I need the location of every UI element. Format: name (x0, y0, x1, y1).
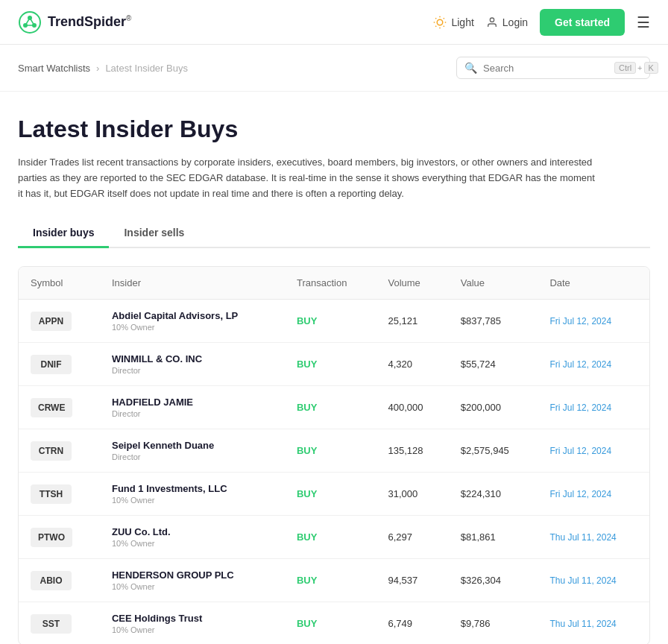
cell-volume-6: 94,537 (376, 559, 448, 602)
cell-insider-7: CEE Holdings Trust 10% Owner (100, 602, 285, 644)
table-row[interactable]: CTRN Seipel Kenneth Duane Director BUY 1… (19, 429, 649, 473)
cell-date-3: Fri Jul 12, 2024 (538, 429, 649, 473)
breadcrumb-parent-link[interactable]: Smart Watchlists (18, 63, 90, 74)
cell-date-1: Fri Jul 12, 2024 (538, 343, 649, 386)
cell-transaction-2: BUY (285, 386, 376, 429)
hamburger-icon[interactable]: ☰ (637, 13, 650, 31)
cell-volume-1: 4,320 (376, 343, 448, 386)
insider-name-2: HADFIELD JAMIE (112, 397, 273, 408)
cell-volume-4: 31,000 (376, 473, 448, 516)
page-description: Insider Trades list recent transactions … (18, 155, 599, 201)
insider-role-4: 10% Owner (112, 496, 273, 505)
cell-insider-6: HENDERSON GROUP PLC 10% Owner (100, 559, 285, 602)
table-row[interactable]: TTSH Fund 1 Investments, LLC 10% Owner B… (19, 473, 649, 516)
svg-line-11 (444, 25, 444, 26)
cell-symbol-0: APPN (19, 300, 100, 343)
table-row[interactable]: SST CEE Holdings Trust 10% Owner BUY 6,7… (19, 602, 649, 644)
svg-line-4 (25, 18, 30, 25)
transaction-buy-7: BUY (297, 618, 317, 629)
logo-brand: TrendSpider® (48, 14, 131, 30)
cell-date-6: Thu Jul 11, 2024 (538, 559, 649, 602)
tab-insider-buys[interactable]: Insider buys (18, 219, 109, 248)
breadcrumb-current: Latest Insider Buys (105, 63, 188, 74)
table-row[interactable]: ABIO HENDERSON GROUP PLC 10% Owner BUY 9… (19, 559, 649, 602)
cell-volume-5: 6,297 (376, 516, 448, 559)
cell-value-6: $326,304 (449, 559, 538, 602)
col-symbol: Symbol (19, 267, 100, 300)
cell-insider-3: Seipel Kenneth Duane Director (100, 429, 285, 473)
symbol-badge-0[interactable]: APPN (31, 312, 72, 331)
cell-symbol-5: PTWO (19, 516, 100, 559)
cell-value-3: $2,575,945 (449, 429, 538, 473)
login-button[interactable]: Login (486, 16, 528, 28)
symbol-badge-6[interactable]: ABIO (31, 571, 72, 590)
table-row[interactable]: DNIF WINMILL & CO. INC Director BUY 4,32… (19, 343, 649, 386)
cell-insider-4: Fund 1 Investments, LLC 10% Owner (100, 473, 285, 516)
svg-point-0 (19, 12, 40, 33)
table-row[interactable]: CRWE HADFIELD JAMIE Director BUY 400,000… (19, 386, 649, 429)
insider-role-1: Director (112, 366, 273, 375)
theme-toggle[interactable]: Light (433, 16, 473, 29)
transaction-buy-4: BUY (297, 488, 317, 499)
cell-transaction-1: BUY (285, 343, 376, 386)
insider-name-0: Abdiel Capital Advisors, LP (112, 310, 273, 321)
cell-volume-7: 6,749 (376, 602, 448, 644)
symbol-badge-5[interactable]: PTWO (31, 528, 72, 547)
page-title: Latest Insider Buys (18, 116, 650, 143)
cell-insider-2: HADFIELD JAMIE Director (100, 386, 285, 429)
top-bar: Smart Watchlists › Latest Insider Buys 🔍… (0, 45, 668, 92)
col-transaction: Transaction (285, 267, 376, 300)
transaction-buy-1: BUY (297, 359, 317, 370)
k-key: K (644, 62, 658, 74)
insider-buys-table: Symbol Insider Transaction Volume Value … (19, 267, 649, 644)
cell-volume-2: 400,000 (376, 386, 448, 429)
cell-transaction-4: BUY (285, 473, 376, 516)
logo-icon (18, 10, 42, 34)
cell-date-2: Fri Jul 12, 2024 (538, 386, 649, 429)
header-right: Light Login Get started ☰ (433, 9, 650, 36)
insider-name-6: HENDERSON GROUP PLC (112, 569, 273, 581)
transaction-buy-0: BUY (297, 315, 317, 326)
insider-name-4: Fund 1 Investments, LLC (112, 483, 273, 494)
search-bar: 🔍 Ctrl + K (456, 57, 650, 79)
search-input[interactable] (483, 63, 608, 74)
get-started-button[interactable]: Get started (540, 9, 625, 36)
search-shortcut: Ctrl + K (614, 62, 658, 74)
transaction-buy-5: BUY (297, 531, 317, 543)
header: TrendSpider® Light Login G (0, 0, 668, 45)
cell-symbol-7: SST (19, 602, 100, 644)
logo[interactable]: TrendSpider® (18, 10, 131, 34)
cell-date-5: Thu Jul 11, 2024 (538, 516, 649, 559)
cell-insider-5: ZUU Co. Ltd. 10% Owner (100, 516, 285, 559)
cell-transaction-0: BUY (285, 300, 376, 343)
symbol-badge-4[interactable]: TTSH (31, 484, 72, 504)
insider-role-3: Director (112, 452, 273, 461)
table-row[interactable]: PTWO ZUU Co. Ltd. 10% Owner BUY 6,297 $8… (19, 516, 649, 559)
cell-value-7: $9,786 (449, 602, 538, 644)
insider-name-7: CEE Holdings Trust (112, 613, 273, 624)
insider-name-5: ZUU Co. Ltd. (112, 526, 273, 537)
cell-date-7: Thu Jul 11, 2024 (538, 602, 649, 644)
insider-role-0: 10% Owner (112, 323, 273, 332)
symbol-badge-1[interactable]: DNIF (31, 355, 72, 374)
breadcrumb: Smart Watchlists › Latest Insider Buys (18, 63, 188, 74)
breadcrumb-separator: › (96, 63, 99, 74)
cell-value-0: $837,785 (449, 300, 538, 343)
col-volume: Volume (376, 267, 448, 300)
cell-transaction-7: BUY (285, 602, 376, 644)
cell-symbol-3: CTRN (19, 429, 100, 473)
tab-insider-sells[interactable]: Insider sells (109, 219, 199, 248)
col-value: Value (449, 267, 538, 300)
table-container: Symbol Insider Transaction Volume Value … (18, 266, 650, 644)
cell-value-4: $224,310 (449, 473, 538, 516)
symbol-badge-2[interactable]: CRWE (31, 398, 72, 417)
svg-point-7 (438, 19, 444, 25)
symbol-badge-3[interactable]: CTRN (31, 441, 72, 461)
insider-role-2: Director (112, 409, 273, 418)
symbol-badge-7[interactable]: SST (31, 614, 72, 634)
cell-transaction-6: BUY (285, 559, 376, 602)
cell-symbol-4: TTSH (19, 473, 100, 516)
cell-value-1: $55,724 (449, 343, 538, 386)
table-row[interactable]: APPN Abdiel Capital Advisors, LP 10% Own… (19, 300, 649, 343)
search-icon: 🔍 (464, 62, 477, 74)
